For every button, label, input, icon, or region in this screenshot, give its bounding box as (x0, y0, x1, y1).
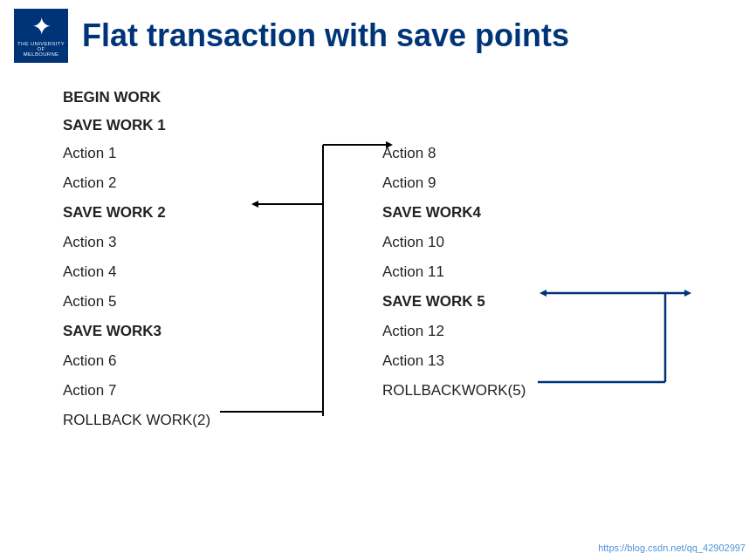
right-item-action-8: Action 8 (382, 145, 436, 162)
right-item-save-work-4: SAVE WORK4 (382, 204, 481, 222)
right-item-action-10: Action 10 (382, 234, 444, 251)
right-item-action-13: Action 13 (382, 352, 444, 370)
right-item-rollback-work-5: ROLLBACKWORK(5) (382, 382, 526, 400)
watermark: https://blog.csdn.net/qq_42902997 (598, 543, 746, 553)
main-content: BEGIN WORKSAVE WORK 1Action 1Action 2SAV… (0, 72, 756, 560)
header: ✦ THE UNIVERSITY OFMELBOURNE Flat transa… (0, 0, 756, 72)
svg-marker-8 (684, 290, 691, 297)
left-item-action-4: Action 4 (63, 263, 116, 281)
left-item-action-2: Action 2 (63, 174, 116, 192)
left-item-save-work-2: SAVE WORK 2 (63, 204, 166, 222)
left-item-action-3: Action 3 (63, 234, 116, 251)
right-item-action-9: Action 9 (382, 174, 436, 192)
logo-text: THE UNIVERSITY OFMELBOURNE (14, 41, 68, 57)
university-logo: ✦ THE UNIVERSITY OFMELBOURNE (14, 9, 68, 63)
svg-marker-4 (251, 201, 258, 208)
svg-marker-10 (540, 290, 546, 297)
left-item-save-work-1: SAVE WORK 1 (63, 117, 166, 134)
left-item-save-work-3: SAVE WORK3 (63, 323, 162, 340)
left-item-action-1: Action 1 (63, 145, 116, 162)
left-item-action-6: Action 6 (63, 352, 116, 370)
page-title: Flat transaction with save points (82, 17, 569, 54)
right-item-action-11: Action 11 (382, 263, 444, 281)
left-item-action-5: Action 5 (63, 293, 116, 311)
logo-star-icon: ✦ (31, 15, 52, 39)
right-item-action-12: Action 12 (382, 323, 444, 340)
left-item-rollback-work-2: ROLLBACK WORK(2) (63, 412, 210, 429)
left-item-action-7: Action 7 (63, 382, 116, 400)
left-item-begin-work: BEGIN WORK (63, 89, 161, 106)
right-item-save-work-5: SAVE WORK 5 (382, 293, 485, 311)
